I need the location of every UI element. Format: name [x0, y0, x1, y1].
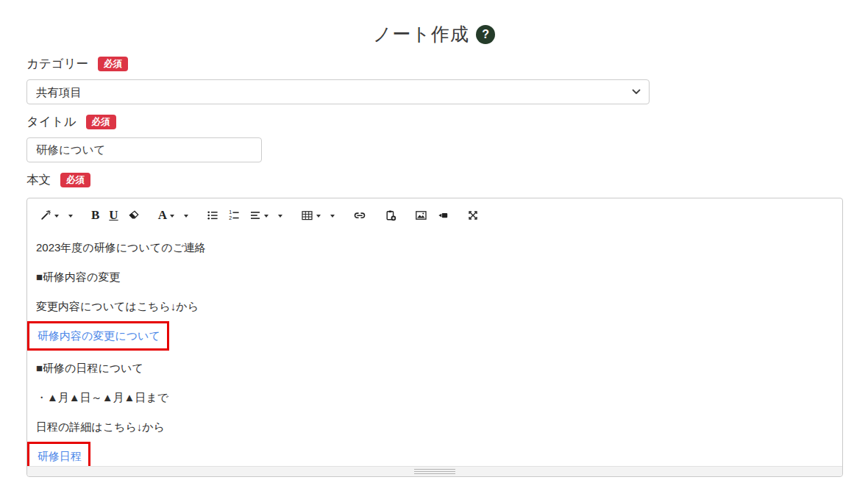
editor-paragraph: 日程の詳細はこちら↓から [36, 419, 833, 434]
editor-paragraph: ■研修の日程について [36, 360, 833, 376]
clear-format-button[interactable] [124, 206, 143, 224]
table-dropdown-button[interactable] [327, 206, 338, 224]
paragraph-align-button[interactable] [246, 206, 272, 224]
eraser-icon [128, 209, 140, 221]
caret-down-icon [330, 215, 335, 218]
caret-down-icon [278, 215, 282, 218]
svg-text:1: 1 [229, 209, 232, 215]
toolbar-group-insert [349, 206, 370, 224]
toolbar-group-table [297, 206, 338, 224]
editor-statusbar [27, 466, 842, 476]
insert-video-button[interactable] [433, 206, 452, 224]
fontsize-dropdown-button[interactable] [65, 206, 77, 224]
link-icon [353, 209, 366, 221]
caret-down-icon [170, 215, 174, 218]
training-content-change-link[interactable]: 研修内容の変更について [38, 329, 160, 342]
title-label: タイトル [26, 114, 77, 130]
ordered-list-button[interactable]: 1 2 [224, 206, 243, 224]
editor-resize-handle[interactable] [414, 469, 455, 474]
fullscreen-icon [467, 209, 479, 221]
caret-down-icon [68, 215, 73, 218]
category-select[interactable]: 共有項目 [26, 79, 650, 104]
title-required-badge: 必須 [86, 115, 116, 129]
line-height-dropdown-button[interactable] [274, 206, 286, 224]
category-required-badge: 必須 [98, 57, 128, 71]
editor-toolbar: B U A [27, 198, 842, 229]
page-title: ノート作成 [373, 22, 469, 46]
toolbar-group-font: B U [88, 206, 143, 224]
ordered-list-icon: 1 2 [228, 209, 240, 221]
magic-wand-icon [40, 209, 51, 221]
font-color-icon: A [158, 209, 167, 221]
font-color-button[interactable]: A [154, 206, 178, 224]
body-label-row: 本文 必須 [26, 172, 843, 188]
fullscreen-button[interactable] [463, 206, 483, 224]
toolbar-group-view [463, 206, 483, 224]
toolbar-group-paste [381, 206, 400, 224]
unordered-list-icon [207, 209, 218, 221]
align-left-icon [249, 209, 261, 221]
toolbar-group-style [36, 206, 77, 224]
unordered-list-button[interactable] [203, 206, 222, 224]
caret-down-icon [316, 215, 321, 218]
editor-paragraph: 研修日程 [36, 442, 833, 466]
editor-paragraph: 変更内容についてはこちら↓から [36, 298, 833, 314]
annotation-box: 研修日程 [27, 442, 90, 466]
title-label-row: タイトル 必須 [26, 114, 843, 130]
body-required-badge: 必須 [60, 173, 90, 187]
style-dropdown-button[interactable] [36, 206, 63, 224]
editor-paragraph: ・▲月▲日～▲月▲日まで [36, 390, 833, 405]
rich-text-editor: B U A [26, 198, 843, 477]
toolbar-group-media [411, 206, 452, 224]
toolbar-group-color: A [154, 206, 192, 224]
color-dropdown-button[interactable] [180, 206, 192, 224]
table-icon [301, 209, 313, 221]
clipboard-plus-icon [385, 209, 396, 221]
bold-icon: B [91, 209, 99, 221]
editor-content[interactable]: 2023年度の研修についてのご連絡 ■研修内容の変更 変更内容についてはこちら↓… [27, 229, 842, 466]
link-button[interactable] [349, 206, 370, 224]
help-icon[interactable]: ? [476, 25, 495, 44]
toolbar-group-paragraph: 1 2 [203, 206, 286, 224]
underline-button[interactable]: U [105, 206, 121, 224]
underline-icon: U [109, 209, 118, 221]
title-input[interactable] [26, 137, 262, 162]
picture-icon [415, 209, 427, 221]
category-label-row: カテゴリー 必須 [26, 56, 843, 72]
bold-button[interactable]: B [88, 206, 103, 224]
caret-down-icon [54, 215, 59, 218]
insert-picture-button[interactable] [411, 206, 431, 224]
caret-down-icon [184, 215, 188, 218]
editor-paragraph: 研修内容の変更について [36, 321, 833, 351]
table-button[interactable] [297, 206, 324, 224]
svg-text:2: 2 [229, 215, 232, 220]
caret-down-icon [264, 215, 268, 218]
page-header: ノート作成 ? [0, 22, 868, 46]
category-label: カテゴリー [26, 56, 88, 72]
editor-paragraph: ■研修内容の変更 [36, 269, 833, 284]
annotation-box: 研修内容の変更について [27, 321, 169, 351]
paste-template-button[interactable] [381, 206, 400, 224]
training-schedule-link[interactable]: 研修日程 [38, 450, 82, 462]
category-select-wrap: 共有項目 [26, 79, 650, 104]
note-form: カテゴリー 必須 共有項目 タイトル 必須 本文 必須 [26, 56, 843, 477]
body-label: 本文 [26, 172, 51, 188]
video-icon [437, 209, 449, 221]
editor-paragraph: 2023年度の研修についてのご連絡 [36, 240, 833, 255]
